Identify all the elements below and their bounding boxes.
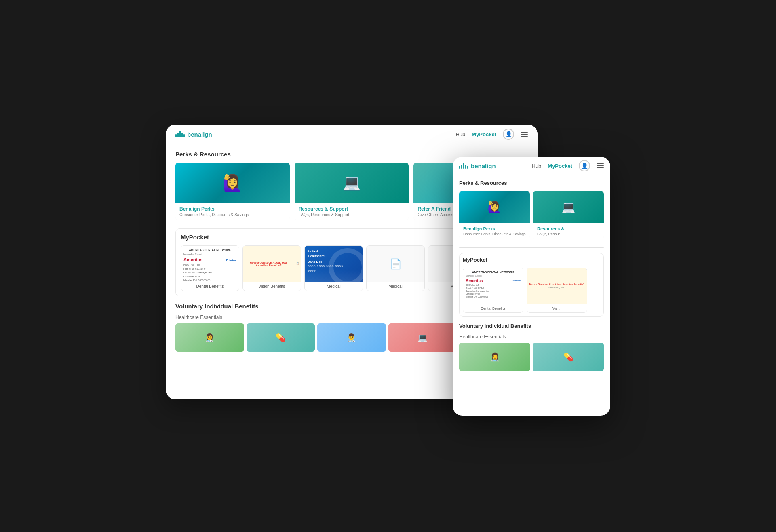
front-healthcare-images: 👩‍⚕️ 💊 xyxy=(459,343,604,371)
front-dental-cert: Certificate #: 00 xyxy=(466,293,521,296)
hc-img-doctor: 👩‍⚕️ xyxy=(175,323,244,352)
front-device: benalign Hub MyPocket 👤 xyxy=(453,157,610,416)
front-user-icon[interactable]: 👤 xyxy=(579,160,590,171)
front-hamburger-bar-1 xyxy=(597,163,604,164)
back-logo[interactable]: benalign xyxy=(175,131,212,138)
front-perk-resources-img xyxy=(533,191,604,223)
back-mypocket-link[interactable]: MyPocket xyxy=(472,131,496,137)
front-logo-icon xyxy=(459,163,468,169)
dental-principal-logo: Principal xyxy=(226,258,236,262)
front-dental-network: AMERITAS DENTAL NETWORK xyxy=(466,270,521,274)
front-dental-label: Dental Benefits xyxy=(463,304,523,312)
front-dental-member: Member ID#: 000000000 xyxy=(466,296,521,298)
back-pocket-dental[interactable]: AMERITAS DENTAL NETWORK Networks: Classi… xyxy=(181,245,239,291)
back-vision-label: Vision Benefits xyxy=(243,282,301,291)
front-perk-benalign-title: Benalign Perks xyxy=(463,226,526,231)
hc-img-telehealth: 💻 xyxy=(388,323,457,352)
front-user-symbol: 👤 xyxy=(581,163,588,169)
front-mypocket-section: MyPocket AMERITAS DENTAL NETWORK Network… xyxy=(459,253,604,317)
back-perk-benalign-body: Benalign Perks Consumer Perks, Discounts… xyxy=(175,203,290,220)
back-perk-resources-img xyxy=(295,163,409,203)
front-perk-benalign-img xyxy=(459,191,530,223)
user-symbol: 👤 xyxy=(505,131,512,137)
back-perk-benalign[interactable]: Benalign Perks Consumer Perks, Discounts… xyxy=(175,163,290,220)
uhc-wave xyxy=(305,270,363,282)
uhc-logo: UnitedHealthcare xyxy=(308,249,359,259)
front-perk-resources-body: Resources & FAQs, Resour... xyxy=(533,223,604,239)
back-perk-resources-body: Resources & Support FAQs, Resources & Su… xyxy=(295,203,409,220)
front-mypocket-link[interactable]: MyPocket xyxy=(548,163,572,169)
front-perk-benalign[interactable]: Benalign Perks Consumer Perks, Discounts… xyxy=(459,191,530,239)
dental-plan: Plan #: 10-019134-0 xyxy=(183,267,236,270)
front-hamburger-bar-3 xyxy=(597,167,604,168)
front-dental-principal: Principal xyxy=(512,279,521,282)
front-perks-row: Benalign Perks Consumer Perks, Discounts… xyxy=(459,191,604,239)
back-perk-resources[interactable]: Resources & Support FAQs, Resources & Su… xyxy=(295,163,409,220)
dental-network-label: AMERITAS DENTAL NETWORK xyxy=(183,248,236,252)
front-voluntary-section: Voluntary Individual Benefits Healthcare… xyxy=(459,323,604,371)
hamburger-bar-3 xyxy=(521,136,528,137)
front-perk-resources-desc: FAQs, Resour... xyxy=(537,232,600,236)
front-perks-title: Perks & Resources xyxy=(459,180,604,186)
logo-text: benalign xyxy=(187,131,212,138)
hc-img-specialist: 👨‍⚕️ xyxy=(317,323,386,352)
back-dental-label: Dental Benefits xyxy=(181,282,239,291)
back-perk-benalign-desc: Consumer Perks, Discounts & Savings xyxy=(179,213,286,217)
back-pocket-medical1[interactable]: 📄 Medical xyxy=(366,245,425,291)
dental-dep: Dependent Coverage: Yes xyxy=(183,271,236,274)
front-vision-img: Have a Question About Your Ameritas Bene… xyxy=(527,268,587,304)
front-hc-img-1: 👩‍⚕️ xyxy=(459,343,530,371)
back-perk-benalign-img xyxy=(175,163,290,203)
front-dental-networks: Networks: Classic xyxy=(466,274,521,277)
uhc-number: 9999 9999 9999 9999 xyxy=(308,264,359,269)
back-menu-icon[interactable] xyxy=(521,132,528,137)
front-perk-benalign-body: Benalign Perks Consumer Perks, Discounts… xyxy=(459,223,530,239)
front-navbar: benalign Hub MyPocket 👤 xyxy=(453,157,610,175)
logo-icon xyxy=(175,131,185,137)
front-dental-bdo: BDO USA, LLP xyxy=(466,284,521,287)
back-pocket-uhc[interactable]: UnitedHealthcare Jane Doe 9999 9999 9999… xyxy=(304,245,363,291)
front-perk-resources-title: Resources & xyxy=(537,226,600,231)
back-navbar-right: Hub MyPocket 👤 xyxy=(455,129,528,140)
back-pocket-vision[interactable]: Have a Question About Your Ameritas Bene… xyxy=(242,245,301,291)
front-app-window: benalign Hub MyPocket 👤 xyxy=(453,157,610,416)
front-vision-label: Visi... xyxy=(527,304,587,312)
back-dental-img: AMERITAS DENTAL NETWORK Networks: Classi… xyxy=(181,246,239,282)
front-vision-body: The following info... xyxy=(548,286,565,289)
scene: benalign Hub MyPocket 👤 xyxy=(166,108,610,424)
back-medical1-label: Medical xyxy=(367,282,424,291)
vision-details: 📋 xyxy=(295,261,301,266)
front-content: Perks & Resources Benalign Perks Consume… xyxy=(453,175,610,416)
front-mypocket-title: MyPocket xyxy=(463,257,600,263)
back-hub-link[interactable]: Hub xyxy=(455,131,465,137)
front-perk-benalign-desc: Consumer Perks, Discounts & Savings xyxy=(463,232,526,236)
back-vision-img: Have a Question About Your Ameritas Bene… xyxy=(243,246,301,282)
hamburger-bar-2 xyxy=(521,134,528,135)
dental-ameritas-logo: Ameritas xyxy=(183,257,202,263)
front-navbar-right: Hub MyPocket 👤 xyxy=(531,160,604,171)
front-vision-question: Have a Question About Your Ameritas Bene… xyxy=(529,283,585,285)
front-hub-link[interactable]: Hub xyxy=(531,163,541,169)
back-medical1-img: 📄 xyxy=(367,246,424,282)
front-dental-ameritas: Ameritas xyxy=(466,278,483,284)
front-pocket-dental[interactable]: AMERITAS DENTAL NETWORK Networks: Classi… xyxy=(463,268,523,313)
back-perk-resources-desc: FAQs, Resources & Support xyxy=(299,213,405,217)
front-perk-resources[interactable]: Resources & FAQs, Resour... xyxy=(533,191,604,239)
dental-bdo: BDO USA, LLP xyxy=(183,264,236,267)
back-perk-resources-title: Resources & Support xyxy=(299,206,405,212)
hamburger-bar-1 xyxy=(521,132,528,133)
back-user-icon[interactable]: 👤 xyxy=(503,129,514,140)
front-pocket-vision[interactable]: Have a Question About Your Ameritas Bene… xyxy=(527,268,587,313)
front-logo[interactable]: benalign xyxy=(459,163,496,169)
dental-cert: Certificate #: 00 xyxy=(183,275,236,278)
back-uhc-label: Medical xyxy=(305,282,363,291)
front-mypocket-cards: AMERITAS DENTAL NETWORK Networks: Classi… xyxy=(463,268,600,313)
front-dental-plan: Plan #: 10-019134-0 xyxy=(466,287,521,290)
vision-question: Have a Question About Your Ameritas Bene… xyxy=(243,260,295,268)
back-navbar: benalign Hub MyPocket 👤 xyxy=(166,125,538,144)
back-perk-benalign-title: Benalign Perks xyxy=(179,206,286,212)
hc-img-pharmacy: 💊 xyxy=(247,323,315,352)
front-menu-icon[interactable] xyxy=(597,163,604,168)
dental-network-sub: Networks: Classic xyxy=(183,253,236,256)
front-hc-img-2: 💊 xyxy=(533,343,604,371)
